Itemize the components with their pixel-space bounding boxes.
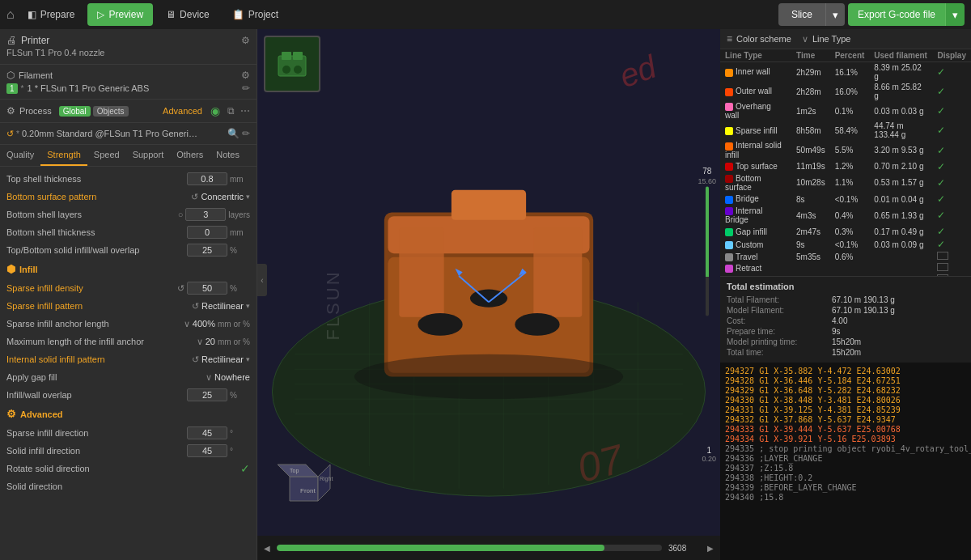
color-table-row[interactable]: Internal Bridge 4m3s 0.4% 0.65 m 1.93 g … [720, 206, 971, 225]
color-table-row[interactable]: Retract [720, 262, 971, 274]
advanced-toggle[interactable]: ◉ [210, 104, 220, 117]
rotate-solid-checkbox[interactable]: ✓ [240, 462, 250, 475]
sparse-direction-input[interactable] [187, 426, 227, 439]
reset-sparse-pattern-icon[interactable]: ↺ [192, 301, 199, 312]
infill-section-title[interactable]: ⬢ Infill [0, 259, 257, 279]
right-layer-indicator: 1 0.20 [702, 446, 716, 463]
export-dropdown[interactable]: ▾ [945, 3, 965, 26]
color-table-row[interactable]: Bottom surface 10m28s 1.1% 0.53 m 1.57 g… [720, 173, 971, 193]
advanced-toggle-label: Advanced [163, 106, 202, 116]
top-shell-thickness-input[interactable] [187, 172, 227, 185]
svg-rect-21 [399, 227, 443, 317]
reset-internal-solid-icon[interactable]: ↺ [192, 354, 199, 365]
tab-others[interactable]: Others [170, 145, 210, 166]
export-button[interactable]: Export G-code file [848, 3, 945, 26]
tab-project[interactable]: 📋 Project [223, 3, 288, 26]
svg-text:Front: Front [300, 487, 316, 494]
bottom-shell-layers-icon: ○ [178, 210, 184, 219]
advanced-section-title[interactable]: ⚙ Advanced [0, 404, 257, 424]
cell-name: Gap infill [720, 225, 791, 238]
gcode-line: 294340 ;15.8 [725, 492, 966, 502]
cell-display[interactable]: ✓ [932, 193, 971, 206]
sparse-density-input[interactable] [187, 282, 227, 295]
overlap-input[interactable] [187, 244, 227, 257]
cell-filament: 3.20 m 9.53 g [869, 140, 932, 159]
reset-bottom-surface-icon[interactable]: ↺ [191, 192, 198, 202]
bottom-shell-layers-input[interactable] [185, 208, 226, 221]
color-table-row[interactable]: Gap infill 2m47s 0.3% 0.17 m 0.49 g ✓ [720, 225, 971, 238]
display-check-icon: ✓ [937, 145, 945, 156]
profile-arrow: ↺ [6, 129, 14, 139]
bottom-surface-pattern-dropdown[interactable]: Concentric ▾ [201, 192, 250, 202]
cell-time: 50m49s [791, 140, 830, 159]
color-table-row[interactable]: Overhang wall 1m2s 0.1% 0.03 m 0.03 g ✓ [720, 101, 971, 121]
cell-display[interactable]: ✓ [932, 101, 971, 121]
anchor-length-dropdown[interactable]: ∨ 400% [184, 319, 215, 329]
edit-filament-icon[interactable]: ✏ [242, 83, 250, 94]
svg-point-23 [418, 313, 462, 336]
tab-speed[interactable]: Speed [87, 145, 126, 166]
color-table-row[interactable]: Inner wall 2h29m 16.1% 8.39 m 25.02 g ✓ [720, 62, 971, 83]
setting-row-anchor-length: Sparse infill anchor length ∨ 400% mm or… [0, 315, 257, 333]
color-table-row[interactable]: Bridge 8s <0.1% 0.01 m 0.04 g ✓ [720, 193, 971, 206]
objects-tag[interactable]: Objects [93, 106, 129, 117]
brand-text: FLSUN [323, 269, 344, 340]
main-layout: 🖨 Printer ⚙ FLSun T1 Pro 0.4 nozzle ⬡ Fi… [0, 29, 971, 560]
total-row: Total Filament:67.10 m 190.13 g [727, 295, 965, 305]
internal-solid-dropdown[interactable]: Rectilinear ▾ [201, 354, 250, 364]
slice-button[interactable]: Slice [778, 3, 825, 26]
slice-dropdown[interactable]: ▾ [825, 3, 845, 26]
infill-wall-overlap-input[interactable] [187, 388, 227, 401]
line-type-arrow[interactable]: ∨ [802, 34, 808, 45]
tab-prepare[interactable]: ◧ Prepare [18, 3, 85, 26]
color-table-row[interactable]: Internal solid infill 50m49s 5.5% 3.20 m… [720, 140, 971, 159]
global-tag[interactable]: Global [59, 106, 91, 117]
color-table-row[interactable]: Outer wall 2h28m 16.0% 8.66 m 25.82 g ✓ [720, 82, 971, 101]
solid-direction-input[interactable] [187, 444, 227, 457]
cell-filament: 44.74 m 133.44 g [869, 121, 932, 140]
printer-settings-icon[interactable]: ⚙ [241, 35, 250, 46]
cell-display[interactable] [932, 262, 971, 274]
tab-strength[interactable]: Strength [40, 145, 87, 166]
color-table-row[interactable]: Travel 5m35s 0.6% [720, 251, 971, 262]
gcode-log: 294327 G1 X-35.882 Y-4.472 E24.630022943… [720, 363, 971, 560]
edit-profile-icon[interactable]: ✏ [242, 128, 250, 139]
bottom-shell-thickness-input[interactable] [187, 226, 227, 239]
panel-collapse-button[interactable]: ‹ [257, 264, 267, 296]
cell-display[interactable]: ✓ [932, 62, 971, 83]
color-table-row[interactable]: Sparse infill 8h58m 58.4% 44.74 m 133.44… [720, 121, 971, 140]
color-table-row[interactable]: Custom 9s <0.1% 0.03 m 0.09 g ✓ [720, 238, 971, 251]
color-table-row[interactable]: Top surface 11m19s 1.2% 0.70 m 2.10 g ✓ [720, 160, 971, 173]
cell-percent: 16.0% [830, 82, 870, 101]
process-settings-icon[interactable]: ⋯ [240, 105, 250, 117]
filament-settings-icon[interactable]: ⚙ [241, 70, 250, 81]
cell-display[interactable]: ✓ [932, 160, 971, 173]
cell-display[interactable]: ✓ [932, 238, 971, 251]
tab-quality[interactable]: Quality [0, 145, 40, 166]
progress-end: ▶ [707, 544, 714, 553]
cell-display[interactable]: ✓ [932, 121, 971, 140]
cell-display[interactable]: ✓ [932, 173, 971, 193]
process-copy-icon[interactable]: ⧉ [227, 105, 235, 117]
tab-preview[interactable]: ▷ Preview [87, 3, 153, 26]
cell-display[interactable]: ✓ [932, 206, 971, 225]
export-group: Export G-code file ▾ [848, 3, 965, 26]
home-icon[interactable]: ⌂ [6, 7, 15, 22]
cell-time [791, 262, 830, 274]
cell-percent: 0.3% [830, 225, 870, 238]
cell-display[interactable]: ✓ [932, 140, 971, 159]
advanced-icon: ⚙ [6, 408, 16, 420]
progress-track [277, 545, 662, 551]
cell-display[interactable]: ✓ [932, 82, 971, 101]
cell-display[interactable]: ✓ [932, 225, 971, 238]
max-anchor-dropdown[interactable]: ∨ 20 [197, 337, 215, 347]
tab-support[interactable]: Support [126, 145, 171, 166]
tab-notes[interactable]: Notes [210, 145, 246, 166]
reset-sparse-density-icon[interactable]: ↺ [177, 283, 184, 294]
infill-icon: ⬢ [6, 263, 15, 275]
cell-display[interactable] [932, 251, 971, 262]
sparse-pattern-dropdown[interactable]: Rectilinear ▾ [201, 301, 250, 311]
gap-fill-dropdown[interactable]: ∨ Nowhere [206, 372, 250, 383]
tab-device[interactable]: 🖥 Device [156, 3, 219, 26]
search-profile-icon[interactable]: 🔍 [227, 128, 240, 139]
